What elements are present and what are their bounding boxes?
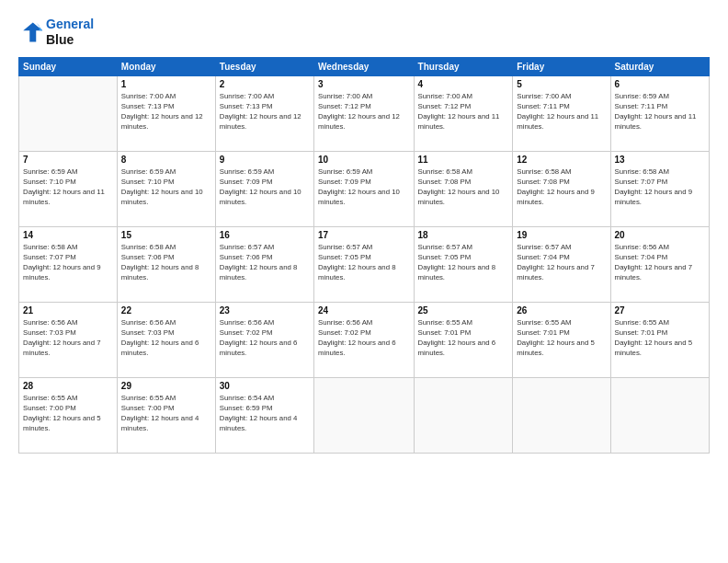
day-info: Sunrise: 6:55 AMSunset: 7:00 PMDaylight:… — [121, 393, 211, 434]
calendar-cell: 5Sunrise: 7:00 AMSunset: 7:11 PMDaylight… — [513, 75, 610, 151]
day-number: 29 — [121, 381, 211, 391]
day-number: 30 — [220, 381, 310, 391]
calendar-cell: 10Sunrise: 6:59 AMSunset: 7:09 PMDayligh… — [313, 151, 414, 226]
calendar-cell: 18Sunrise: 6:57 AMSunset: 7:05 PMDayligh… — [414, 226, 513, 302]
day-info: Sunrise: 6:59 AMSunset: 7:09 PMDaylight:… — [220, 167, 310, 208]
calendar-cell — [610, 377, 709, 453]
day-number: 23 — [220, 305, 310, 316]
calendar-cell — [313, 377, 414, 453]
day-info: Sunrise: 6:54 AMSunset: 6:59 PMDaylight:… — [220, 393, 310, 434]
calendar-header-row: SundayMondayTuesdayWednesdayThursdayFrid… — [19, 57, 710, 75]
day-info: Sunrise: 7:00 AMSunset: 7:12 PMDaylight:… — [318, 91, 410, 132]
calendar-cell: 22Sunrise: 6:56 AMSunset: 7:03 PMDayligh… — [117, 302, 215, 377]
calendar-cell: 4Sunrise: 7:00 AMSunset: 7:12 PMDaylight… — [414, 75, 513, 151]
day-info: Sunrise: 6:58 AMSunset: 7:07 PMDaylight:… — [615, 167, 705, 208]
day-number: 13 — [615, 155, 705, 165]
calendar-cell: 21Sunrise: 6:56 AMSunset: 7:03 PMDayligh… — [19, 302, 118, 377]
header: General Blue — [18, 17, 710, 48]
day-info: Sunrise: 7:00 AMSunset: 7:11 PMDaylight:… — [517, 91, 606, 132]
calendar-week-row: 28Sunrise: 6:55 AMSunset: 7:00 PMDayligh… — [19, 377, 710, 453]
day-number: 6 — [615, 79, 705, 89]
calendar-cell: 29Sunrise: 6:55 AMSunset: 7:00 PMDayligh… — [117, 377, 215, 453]
day-info: Sunrise: 6:56 AMSunset: 7:03 PMDaylight:… — [23, 317, 113, 359]
day-number: 19 — [517, 230, 606, 240]
day-info: Sunrise: 6:57 AMSunset: 7:05 PMDaylight:… — [418, 242, 509, 283]
calendar-cell: 17Sunrise: 6:57 AMSunset: 7:05 PMDayligh… — [313, 226, 414, 302]
day-number: 10 — [318, 155, 410, 165]
day-info: Sunrise: 6:55 AMSunset: 7:01 PMDaylight:… — [615, 317, 705, 359]
calendar-cell: 30Sunrise: 6:54 AMSunset: 6:59 PMDayligh… — [215, 377, 313, 453]
day-info: Sunrise: 6:56 AMSunset: 7:02 PMDaylight:… — [318, 317, 410, 359]
day-info: Sunrise: 6:58 AMSunset: 7:06 PMDaylight:… — [121, 242, 211, 283]
weekday-header: Saturday — [610, 57, 709, 75]
day-number: 26 — [517, 305, 606, 316]
calendar-cell: 1Sunrise: 7:00 AMSunset: 7:13 PMDaylight… — [117, 75, 215, 151]
day-number: 24 — [318, 305, 410, 316]
day-info: Sunrise: 7:00 AMSunset: 7:12 PMDaylight:… — [418, 91, 509, 132]
day-number: 4 — [418, 79, 509, 89]
day-number: 16 — [220, 230, 310, 240]
calendar-cell: 13Sunrise: 6:58 AMSunset: 7:07 PMDayligh… — [610, 151, 709, 226]
calendar-cell: 25Sunrise: 6:55 AMSunset: 7:01 PMDayligh… — [414, 302, 513, 377]
day-number: 28 — [23, 381, 113, 391]
calendar-cell: 16Sunrise: 6:57 AMSunset: 7:06 PMDayligh… — [215, 226, 313, 302]
calendar-cell: 26Sunrise: 6:55 AMSunset: 7:01 PMDayligh… — [513, 302, 610, 377]
calendar-cell: 9Sunrise: 6:59 AMSunset: 7:09 PMDaylight… — [215, 151, 313, 226]
day-info: Sunrise: 6:55 AMSunset: 7:00 PMDaylight:… — [23, 393, 113, 434]
calendar-cell: 15Sunrise: 6:58 AMSunset: 7:06 PMDayligh… — [117, 226, 215, 302]
day-number: 27 — [615, 305, 705, 316]
calendar: SundayMondayTuesdayWednesdayThursdayFrid… — [18, 57, 710, 454]
calendar-cell: 6Sunrise: 6:59 AMSunset: 7:11 PMDaylight… — [610, 75, 709, 151]
calendar-week-row: 21Sunrise: 6:56 AMSunset: 7:03 PMDayligh… — [19, 302, 710, 377]
day-number: 9 — [220, 155, 310, 165]
weekday-header: Wednesday — [313, 57, 414, 75]
weekday-header: Monday — [117, 57, 215, 75]
logo-line2: Blue — [46, 32, 94, 48]
calendar-week-row: 14Sunrise: 6:58 AMSunset: 7:07 PMDayligh… — [19, 226, 710, 302]
day-number: 2 — [220, 79, 310, 89]
weekday-header: Thursday — [414, 57, 513, 75]
calendar-cell: 11Sunrise: 6:58 AMSunset: 7:08 PMDayligh… — [414, 151, 513, 226]
calendar-cell: 19Sunrise: 6:57 AMSunset: 7:04 PMDayligh… — [513, 226, 610, 302]
calendar-cell: 20Sunrise: 6:56 AMSunset: 7:04 PMDayligh… — [610, 226, 709, 302]
day-number: 17 — [318, 230, 410, 240]
day-info: Sunrise: 6:56 AMSunset: 7:03 PMDaylight:… — [121, 317, 211, 359]
day-info: Sunrise: 6:59 AMSunset: 7:10 PMDaylight:… — [121, 167, 211, 208]
day-info: Sunrise: 7:00 AMSunset: 7:13 PMDaylight:… — [220, 91, 310, 132]
day-number: 3 — [318, 79, 410, 89]
day-info: Sunrise: 6:57 AMSunset: 7:05 PMDaylight:… — [318, 242, 410, 283]
day-number: 8 — [121, 155, 211, 165]
day-number: 15 — [121, 230, 211, 240]
day-number: 5 — [517, 79, 606, 89]
weekday-header: Sunday — [19, 57, 118, 75]
calendar-cell: 28Sunrise: 6:55 AMSunset: 7:00 PMDayligh… — [19, 377, 118, 453]
day-info: Sunrise: 6:59 AMSunset: 7:10 PMDaylight:… — [23, 167, 113, 208]
day-info: Sunrise: 7:00 AMSunset: 7:13 PMDaylight:… — [121, 91, 211, 132]
day-number: 25 — [418, 305, 509, 316]
page: General Blue SundayMondayTuesdayWednesda… — [0, 0, 728, 563]
day-info: Sunrise: 6:59 AMSunset: 7:09 PMDaylight:… — [318, 167, 410, 208]
calendar-cell: 2Sunrise: 7:00 AMSunset: 7:13 PMDaylight… — [215, 75, 313, 151]
day-info: Sunrise: 6:58 AMSunset: 7:08 PMDaylight:… — [418, 167, 509, 208]
calendar-cell: 27Sunrise: 6:55 AMSunset: 7:01 PMDayligh… — [610, 302, 709, 377]
calendar-cell: 12Sunrise: 6:58 AMSunset: 7:08 PMDayligh… — [513, 151, 610, 226]
day-number: 1 — [121, 79, 211, 89]
day-number: 7 — [23, 155, 113, 165]
logo-line1: General — [46, 17, 94, 32]
weekday-header: Tuesday — [215, 57, 313, 75]
calendar-cell: 3Sunrise: 7:00 AMSunset: 7:12 PMDaylight… — [313, 75, 414, 151]
calendar-cell: 24Sunrise: 6:56 AMSunset: 7:02 PMDayligh… — [313, 302, 414, 377]
day-info: Sunrise: 6:56 AMSunset: 7:02 PMDaylight:… — [220, 317, 310, 359]
day-number: 12 — [517, 155, 606, 165]
calendar-week-row: 7Sunrise: 6:59 AMSunset: 7:10 PMDaylight… — [19, 151, 710, 226]
day-number: 18 — [418, 230, 509, 240]
day-info: Sunrise: 6:58 AMSunset: 7:08 PMDaylight:… — [517, 167, 606, 208]
day-info: Sunrise: 6:57 AMSunset: 7:06 PMDaylight:… — [220, 242, 310, 283]
calendar-cell: 8Sunrise: 6:59 AMSunset: 7:10 PMDaylight… — [117, 151, 215, 226]
day-number: 14 — [23, 230, 113, 240]
logo-text: General Blue — [46, 17, 94, 48]
day-number: 20 — [615, 230, 705, 240]
day-info: Sunrise: 6:56 AMSunset: 7:04 PMDaylight:… — [615, 242, 705, 283]
day-number: 11 — [418, 155, 509, 165]
calendar-cell — [513, 377, 610, 453]
